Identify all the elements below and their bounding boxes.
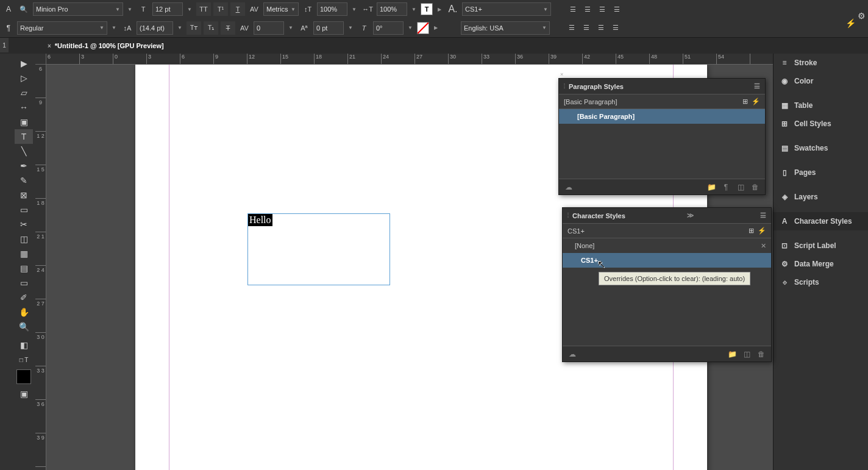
chevron-down-icon[interactable]: ▼ bbox=[185, 2, 194, 16]
dock-item-layers[interactable]: ◈Layers bbox=[774, 188, 868, 206]
panel-menu-icon[interactable]: ☰ bbox=[754, 82, 760, 90]
align-right-button[interactable]: ☰ bbox=[595, 3, 610, 15]
document-tab[interactable]: × *Untitled-1 @ 100% [GPU Preview] bbox=[43, 38, 169, 53]
align-center-button[interactable]: ☰ bbox=[580, 3, 595, 15]
direct-selection-tool[interactable]: ▷ bbox=[15, 71, 33, 85]
new-folder-icon[interactable]: 📁 bbox=[727, 349, 737, 359]
character-style-none[interactable]: [None] ✕ bbox=[563, 238, 771, 253]
language-dropdown[interactable]: English: USA▼ bbox=[461, 21, 550, 35]
panel-close-icon[interactable]: × bbox=[560, 71, 563, 77]
chevron-right-icon[interactable]: ▶ bbox=[435, 2, 444, 16]
paragraph-styles-header[interactable]: ⦙ Paragraph Styles ☰ bbox=[559, 79, 765, 94]
font-search-icon[interactable]: 🔍 bbox=[17, 3, 30, 15]
panel-menu-icon[interactable]: ☰ bbox=[760, 212, 766, 219]
character-mode-icon[interactable]: A bbox=[2, 3, 15, 15]
vertical-scale-input[interactable]: 100% bbox=[317, 2, 347, 16]
ruler-origin[interactable] bbox=[35, 54, 46, 65]
gradient-swatch-tool[interactable]: ▦ bbox=[15, 246, 33, 261]
superscript-button[interactable]: T¹ bbox=[213, 2, 228, 16]
all-caps-button[interactable]: TT bbox=[196, 2, 211, 16]
justify-last-left-button[interactable]: ☰ bbox=[564, 22, 579, 34]
tracking-input[interactable]: 0 bbox=[254, 21, 284, 35]
format-container-text-toggle[interactable]: □ T bbox=[15, 352, 33, 367]
dock-item-pages[interactable]: ▯Pages bbox=[774, 163, 868, 182]
dock-item-swatches[interactable]: ▤Swatches bbox=[774, 139, 868, 157]
justify-last-center-button[interactable]: ☰ bbox=[579, 22, 594, 34]
kerning-dropdown[interactable]: Metrics▼ bbox=[263, 2, 299, 16]
character-style-cs1[interactable]: CS1+ bbox=[563, 253, 771, 268]
dock-item-cell-styles[interactable]: ⊞Cell Styles bbox=[774, 115, 868, 133]
new-folder-icon[interactable]: 📁 bbox=[706, 182, 716, 192]
page-number-indicator[interactable]: 1 bbox=[0, 38, 9, 52]
underline-button[interactable]: T bbox=[230, 2, 245, 16]
font-family-dropdown[interactable]: Minion Pro ▼ bbox=[33, 2, 123, 16]
collapse-icon[interactable]: ≫ bbox=[687, 212, 694, 219]
dock-item-data-merge[interactable]: ⚙Data Merge bbox=[774, 255, 868, 273]
baseline-shift-input[interactable]: 0 pt bbox=[313, 21, 344, 35]
gradient-feather-tool[interactable]: ▤ bbox=[15, 261, 33, 276]
delete-style-icon[interactable]: 🗑 bbox=[756, 349, 766, 359]
horizontal-scale-input[interactable]: 100% bbox=[377, 2, 407, 16]
clear-overrides-icon[interactable]: ⚡ bbox=[752, 98, 760, 105]
close-tab-icon[interactable]: × bbox=[48, 43, 51, 49]
delete-style-icon[interactable]: 🗑 bbox=[750, 182, 760, 192]
dock-item-color[interactable]: ◉Color bbox=[774, 72, 868, 90]
view-mode-toggle[interactable]: ▣ bbox=[15, 386, 33, 401]
hand-tool[interactable]: ✋ bbox=[15, 305, 33, 319]
cc-libraries-icon[interactable]: ☁ bbox=[564, 182, 574, 192]
dock-item-script-label[interactable]: ⊡Script Label bbox=[774, 237, 868, 255]
dock-item-table[interactable]: ▦Table bbox=[774, 96, 868, 115]
new-style-group-icon[interactable]: ⊞ bbox=[742, 98, 748, 105]
strikethrough-button[interactable]: T bbox=[221, 21, 235, 35]
clear-override-icon[interactable]: ¶ bbox=[721, 182, 731, 192]
leading-input[interactable]: (14.4 pt) bbox=[137, 21, 173, 35]
pen-tool[interactable]: ✒ bbox=[15, 158, 33, 173]
character-style-dropdown[interactable]: CS1+▼ bbox=[462, 2, 551, 16]
justify-button[interactable]: ☰ bbox=[610, 3, 624, 15]
skew-input[interactable]: 0° bbox=[373, 21, 404, 35]
scissors-tool[interactable]: ✂ bbox=[15, 217, 33, 232]
vertical-ruler[interactable]: 691 21 51 82 12 42 73 03 33 63 9 bbox=[35, 65, 46, 470]
align-left-button[interactable]: ☰ bbox=[566, 3, 580, 15]
clear-overrides-icon[interactable]: ⚡ bbox=[758, 227, 766, 235]
paragraph-mode-icon[interactable]: ¶ bbox=[2, 22, 15, 34]
stroke-swatch[interactable] bbox=[417, 22, 429, 34]
eyedropper-tool[interactable]: ✐ bbox=[15, 290, 33, 305]
rectangle-tool[interactable]: ▭ bbox=[15, 202, 33, 217]
quick-apply-icon[interactable]: ⚡ bbox=[845, 18, 856, 28]
note-tool[interactable]: ▭ bbox=[15, 276, 33, 290]
subscript-button[interactable]: T₁ bbox=[204, 21, 218, 35]
small-caps-button[interactable]: Tᴛ bbox=[187, 21, 201, 35]
selection-tool[interactable]: ▶ bbox=[15, 56, 33, 71]
new-style-icon[interactable]: ◫ bbox=[742, 349, 752, 359]
chevron-down-icon[interactable]: ▼ bbox=[126, 2, 134, 16]
justify-last-right-button[interactable]: ☰ bbox=[594, 22, 608, 34]
fill-color-swatch[interactable] bbox=[16, 369, 31, 384]
horizontal-ruler[interactable]: 630369121518212427303336394245485154 bbox=[46, 54, 773, 65]
dock-item-character-styles[interactable]: ACharacter Styles bbox=[774, 212, 868, 230]
pencil-tool[interactable]: ✎ bbox=[15, 173, 33, 188]
rectangle-frame-tool[interactable]: ⊠ bbox=[15, 188, 33, 202]
paragraph-style-basic[interactable]: [Basic Paragraph] bbox=[559, 109, 765, 124]
dock-item-stroke[interactable]: ≡Stroke bbox=[774, 54, 868, 72]
font-weight-dropdown[interactable]: Regular▼ bbox=[17, 21, 107, 35]
character-styles-header[interactable]: ⦙ Character Styles ≫ ☰ bbox=[563, 208, 771, 224]
text-content-selected[interactable]: Hello bbox=[248, 214, 272, 226]
line-tool[interactable]: ╲ bbox=[15, 144, 33, 158]
text-frame[interactable]: Hello bbox=[247, 213, 390, 285]
fill-stroke-toggle[interactable]: ◧ bbox=[15, 338, 33, 352]
page-tool[interactable]: ▱ bbox=[15, 85, 33, 100]
free-transform-tool[interactable]: ◫ bbox=[15, 232, 33, 246]
content-collector-tool[interactable]: ▣ bbox=[15, 115, 33, 129]
dock-item-scripts[interactable]: ⟐Scripts bbox=[774, 273, 868, 291]
gap-tool[interactable]: ↔ bbox=[15, 100, 33, 115]
settings-icon[interactable]: ⚙ bbox=[858, 11, 866, 21]
type-tool[interactable]: T bbox=[15, 129, 33, 144]
font-size-input[interactable]: 12 pt bbox=[152, 2, 183, 16]
cc-libraries-icon[interactable]: ☁ bbox=[567, 349, 577, 359]
zoom-tool[interactable]: 🔍 bbox=[15, 319, 33, 334]
justify-all-button[interactable]: ☰ bbox=[608, 22, 623, 34]
chevron-right-icon[interactable]: ▶ bbox=[432, 21, 440, 35]
new-style-icon[interactable]: ◫ bbox=[736, 182, 745, 192]
fill-swatch[interactable]: T bbox=[421, 3, 433, 15]
